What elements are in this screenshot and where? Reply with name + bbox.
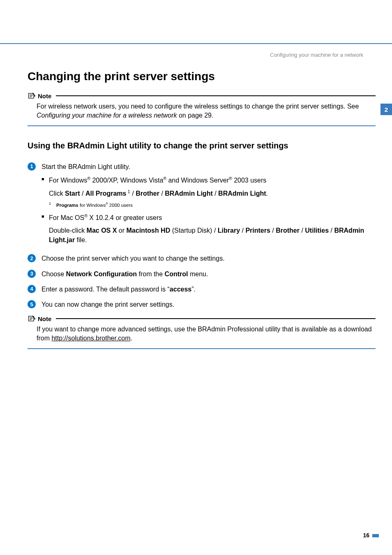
registered-mark: ® xyxy=(229,176,232,181)
step-1: 1 Start the BRAdmin Light utility. For W… xyxy=(28,162,376,248)
footnote-1: 1 Programs for Windows® 2000 users xyxy=(42,202,376,209)
note-body: If you want to change more advanced sett… xyxy=(28,322,376,347)
text: file. xyxy=(75,236,87,243)
footnote-number: 1 xyxy=(49,201,51,206)
sep: / xyxy=(329,227,334,234)
sep: / xyxy=(270,227,276,234)
step-body: You can now change the print server sett… xyxy=(42,300,376,309)
registered-mark: ® xyxy=(163,176,166,181)
text: Click xyxy=(49,190,65,197)
footnote-ref: 1 xyxy=(127,189,130,194)
text: 2003 users xyxy=(232,177,267,184)
text: Double-click xyxy=(49,227,87,234)
sep: / xyxy=(213,190,218,197)
note-bottom-rule xyxy=(28,125,376,126)
note-block-1: Note For wireless network users, you nee… xyxy=(28,92,376,126)
step-number-badge: 4 xyxy=(28,285,36,293)
text: (Startup Disk) / xyxy=(170,227,218,234)
mac-click-path: Double-click Mac OS X or Macintosh HD (S… xyxy=(42,226,376,245)
windows-users-line: For Windows® 2000/XP, Windows Vista® and… xyxy=(42,176,376,185)
menu-start: Start xyxy=(65,190,80,197)
text: from the xyxy=(137,271,165,278)
text: 2000 users xyxy=(108,203,133,208)
step-number-badge: 5 xyxy=(28,300,36,308)
note-bottom-rule xyxy=(28,348,376,349)
step-5: 5 You can now change the print server se… xyxy=(28,300,376,309)
top-rule xyxy=(0,43,392,44)
registered-mark: ® xyxy=(87,176,90,181)
footnote-bold: Programs xyxy=(56,203,78,208)
path-library: Library xyxy=(218,227,240,234)
step-body: Choose Network Configuration from the Co… xyxy=(42,269,376,279)
registered-mark: ® xyxy=(84,214,88,218)
solutions-link[interactable]: http://solutions.brother.com xyxy=(51,335,130,342)
running-header: Configuring your machine for a network xyxy=(270,52,363,58)
note-link-text[interactable]: Configuring your machine for a wireless … xyxy=(37,112,177,119)
windows-click-path: Click Start / All Programs 1 / Brother /… xyxy=(42,188,376,199)
step-body: Choose the print server which you want t… xyxy=(42,254,376,263)
menu-network-config: Network Configuration xyxy=(66,271,137,278)
note-label: Note xyxy=(38,92,51,99)
step-3: 3 Choose Network Configuration from the … xyxy=(28,269,376,279)
page-title: Changing the print server settings xyxy=(28,70,376,83)
menu-bradmin: BRAdmin Light xyxy=(165,190,212,197)
menu-control: Control xyxy=(165,271,188,278)
note-header: Note xyxy=(28,92,376,99)
text: X 10.2.4 or greater users xyxy=(88,214,162,221)
text: Choose xyxy=(42,271,66,278)
path-machd: Macintosh HD xyxy=(127,227,171,234)
step-number-badge: 3 xyxy=(28,270,36,278)
section-heading: Using the BRAdmin Light utility to chang… xyxy=(28,141,376,150)
note-text-post: on page 29. xyxy=(177,112,213,119)
page-content: Changing the print server settings Note … xyxy=(28,70,376,354)
path-brother: Brother xyxy=(276,227,300,234)
menu-all-programs: All Programs xyxy=(85,190,127,197)
note-icon xyxy=(28,315,36,322)
path-macosx: Mac OS X xyxy=(87,227,117,234)
note-icon xyxy=(28,92,36,99)
sep: / xyxy=(80,190,85,197)
step-number-badge: 2 xyxy=(28,254,36,262)
text: ”. xyxy=(191,286,196,293)
page-corner-mark xyxy=(372,534,379,537)
default-password: access xyxy=(170,286,191,293)
text: . xyxy=(266,190,268,197)
text: or xyxy=(117,227,126,234)
chapter-tab: 2 xyxy=(380,104,392,115)
note-header: Note xyxy=(28,315,376,322)
sep: / xyxy=(130,190,136,197)
text: for Windows xyxy=(78,203,106,208)
step-number-badge: 1 xyxy=(28,162,36,171)
path-printers: Printers xyxy=(245,227,270,234)
note-body: For wireless network users, you need to … xyxy=(28,99,376,124)
text: Enter a password. The default password i… xyxy=(42,286,170,293)
step-2: 2 Choose the print server which you want… xyxy=(28,254,376,263)
text: For Windows xyxy=(49,177,87,184)
note-text-pre: For wireless network users, you need to … xyxy=(37,103,359,110)
text: 2000/XP, Windows Vista xyxy=(90,177,163,184)
page-number: 16 xyxy=(363,532,369,539)
note-label: Note xyxy=(38,315,51,322)
sep: / xyxy=(159,190,165,197)
menu-brother: Brother xyxy=(136,190,159,197)
text: . xyxy=(131,335,132,342)
sep: / xyxy=(240,227,245,234)
step-intro: Start the BRAdmin Light utility. xyxy=(42,162,376,171)
text: menu. xyxy=(188,271,208,278)
sep: / xyxy=(300,227,305,234)
step-body: Start the BRAdmin Light utility. For Win… xyxy=(42,162,376,248)
note-rule xyxy=(56,95,376,96)
note-rule xyxy=(56,318,376,319)
note-block-2: Note If you want to change more advanced… xyxy=(28,315,376,349)
step-body: Enter a password. The default password i… xyxy=(42,284,376,294)
text: and Windows Server xyxy=(166,177,229,184)
menu-bradmin-app: BRAdmin Light xyxy=(218,190,266,197)
mac-users-line: For Mac OS® X 10.2.4 or greater users xyxy=(42,213,376,223)
step-4: 4 Enter a password. The default password… xyxy=(28,284,376,294)
path-utilities: Utilities xyxy=(305,227,329,234)
text: For Mac OS xyxy=(49,214,84,221)
